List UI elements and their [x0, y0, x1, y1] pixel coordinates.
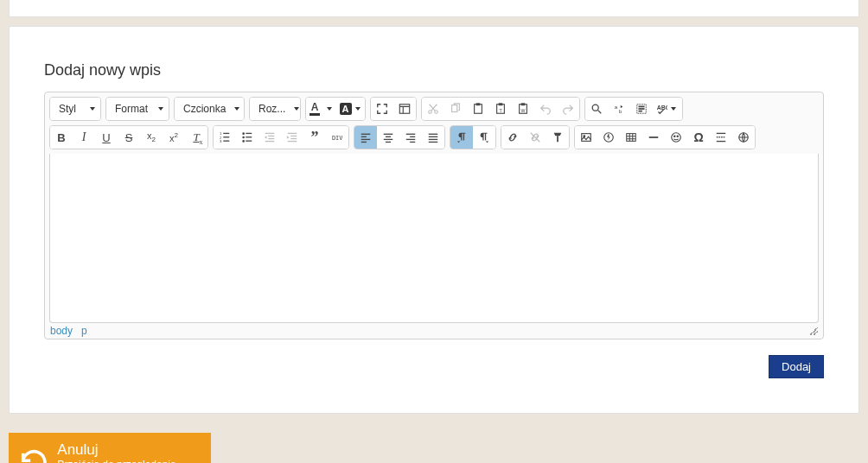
smiley-button[interactable] [665, 126, 687, 149]
special-char-button[interactable]: Ω [687, 126, 710, 149]
spellcheck-button[interactable]: ABC [653, 98, 682, 120]
svg-text:b: b [619, 108, 622, 114]
maximize-button[interactable] [371, 98, 393, 120]
svg-rect-41 [361, 134, 371, 135]
svg-rect-23 [223, 133, 229, 134]
svg-rect-54 [429, 136, 438, 137]
path-item-body[interactable]: body [50, 325, 73, 337]
editor-elements-path: body p [45, 323, 823, 339]
svg-rect-48 [386, 142, 391, 143]
svg-rect-4 [475, 105, 482, 114]
svg-rect-29 [246, 133, 252, 134]
horizontal-rule-button[interactable] [642, 126, 665, 149]
undo-button[interactable] [534, 98, 557, 120]
svg-rect-18 [639, 111, 642, 112]
text-color-button[interactable]: A [306, 98, 335, 120]
numbered-list-button[interactable]: 123 [214, 126, 236, 149]
svg-rect-53 [429, 134, 438, 135]
subscript-button[interactable]: x2 [140, 126, 163, 149]
svg-rect-45 [384, 134, 393, 135]
show-blocks-button[interactable] [393, 98, 416, 120]
bulleted-list-button[interactable] [236, 126, 258, 149]
format-dropdown[interactable]: Format [105, 97, 169, 121]
bold-button[interactable]: B [50, 126, 73, 149]
previous-panel-edge [9, 0, 859, 17]
flash-button[interactable] [597, 126, 620, 149]
svg-rect-5 [476, 104, 480, 105]
unlink-button[interactable] [524, 126, 546, 149]
cancel-tile[interactable]: Anuluj Przejście do przeglądania forum [9, 433, 211, 463]
rtl-button[interactable] [473, 126, 495, 149]
indent-button[interactable] [281, 126, 303, 149]
ltr-button[interactable] [450, 126, 473, 149]
svg-rect-39 [288, 141, 297, 142]
svg-rect-50 [410, 136, 415, 137]
find-button[interactable] [585, 98, 608, 120]
bg-color-button[interactable]: A [335, 98, 365, 120]
table-button[interactable] [620, 126, 642, 149]
svg-point-59 [584, 136, 585, 137]
align-left-button[interactable] [354, 126, 377, 149]
svg-text:a: a [615, 104, 618, 110]
toolbar-row-1: Styl Format Czcionka Roz... A [49, 97, 819, 121]
link-button[interactable] [501, 126, 524, 149]
align-justify-button[interactable] [422, 126, 444, 149]
replace-button[interactable]: ab [608, 98, 630, 120]
align-right-button[interactable] [399, 126, 422, 149]
svg-rect-10 [521, 104, 525, 105]
path-item-p[interactable]: p [81, 325, 87, 337]
select-all-button[interactable] [630, 98, 653, 120]
chevron-down-icon [671, 107, 676, 111]
svg-text:3: 3 [220, 139, 222, 143]
remove-format-button[interactable]: Tx [185, 126, 207, 149]
svg-rect-16 [639, 106, 645, 108]
chevron-down-icon [355, 107, 361, 111]
cut-button[interactable] [422, 98, 444, 120]
add-post-panel: Dodaj nowy wpis Styl Format Czcionka Roz… [9, 26, 859, 414]
italic-button[interactable]: I [73, 126, 95, 149]
svg-rect-35 [265, 141, 275, 142]
style-dropdown[interactable]: Styl [49, 97, 101, 121]
paste-text-button[interactable]: T [489, 98, 512, 120]
svg-rect-57 [557, 136, 558, 142]
editor-content-area[interactable] [49, 154, 819, 323]
blockquote-button[interactable]: ” [303, 126, 326, 149]
create-div-button[interactable]: DIV [326, 126, 348, 149]
svg-rect-3 [452, 105, 457, 112]
svg-rect-17 [639, 108, 645, 110]
svg-text:ABC: ABC [657, 105, 667, 111]
svg-rect-47 [384, 139, 393, 140]
svg-rect-33 [268, 136, 274, 136]
iframe-button[interactable] [732, 126, 755, 149]
outdent-button[interactable] [258, 126, 281, 149]
align-center-button[interactable] [377, 126, 399, 149]
submit-button[interactable]: Dodaj [769, 355, 824, 378]
resize-handle[interactable] [809, 327, 818, 335]
paste-button[interactable] [467, 98, 489, 120]
redo-button[interactable] [557, 98, 579, 120]
toolbar-row-2: B I U S x2 x2 Tx 123 ” DIV [49, 125, 819, 149]
size-dropdown[interactable]: Roz... [249, 97, 301, 121]
svg-rect-7 [499, 104, 502, 105]
paste-word-button[interactable]: W [512, 98, 534, 120]
underline-button[interactable]: U [95, 126, 118, 149]
chevron-down-icon [294, 107, 299, 111]
strike-button[interactable]: S [118, 126, 140, 149]
svg-rect-24 [223, 136, 229, 137]
superscript-button[interactable]: x2 [163, 126, 185, 149]
image-button[interactable] [575, 126, 597, 149]
svg-point-1 [429, 111, 432, 114]
anchor-button[interactable] [546, 126, 569, 149]
font-dropdown[interactable]: Czcionka [174, 97, 245, 121]
page-break-button[interactable] [710, 126, 732, 149]
editor-toolbar: Styl Format Czcionka Roz... A [45, 92, 823, 149]
cancel-title: Anuluj [57, 441, 199, 459]
chevron-down-icon [234, 107, 239, 111]
svg-point-63 [672, 133, 681, 143]
copy-button[interactable] [444, 98, 467, 120]
svg-rect-55 [429, 139, 438, 140]
svg-text:W: W [521, 108, 526, 113]
svg-rect-37 [290, 136, 297, 136]
svg-rect-25 [223, 141, 229, 142]
chevron-down-icon [158, 107, 163, 111]
